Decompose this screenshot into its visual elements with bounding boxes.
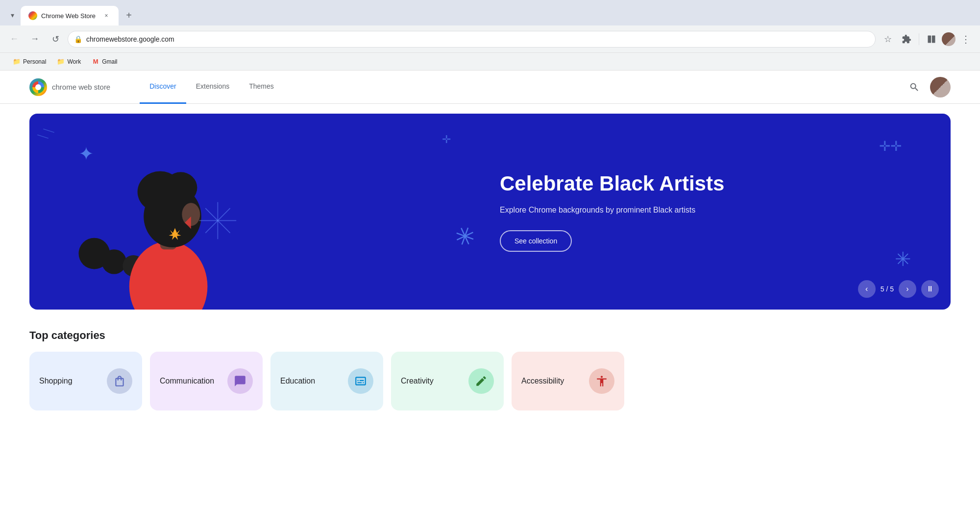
bookmark-work[interactable]: 📁 Work — [52, 56, 86, 68]
tab-favicon — [28, 11, 37, 20]
category-shopping[interactable]: Shopping — [29, 352, 142, 410]
svg-point-11 — [164, 172, 197, 203]
gmail-icon: M — [92, 58, 99, 66]
category-accessibility[interactable]: Accessibility — [512, 352, 624, 410]
new-tab-button[interactable]: + — [121, 7, 137, 24]
menu-button[interactable]: ⋮ — [957, 31, 974, 48]
svg-point-3 — [35, 84, 41, 90]
hero-illustration: ✦ ✛ ✳ — [29, 114, 490, 310]
tab-bar: ▾ Chrome Web Store × + — [0, 0, 980, 25]
reload-button[interactable]: ↺ — [47, 31, 64, 48]
address-bar[interactable]: 🔒 chromewebstore.google.com — [68, 31, 876, 48]
active-tab[interactable]: Chrome Web Store × — [21, 6, 119, 25]
bookmark-personal[interactable]: 📁 Personal — [8, 56, 51, 68]
bookmarks-bar: 📁 Personal 📁 Work M Gmail — [0, 53, 980, 71]
categories-row: Shopping Communication Education — [0, 352, 980, 410]
hero-subtitle: Explore Chrome backgrounds by prominent … — [500, 206, 921, 215]
category-shopping-label: Shopping — [39, 377, 99, 385]
slide-next-button[interactable]: › — [899, 280, 916, 298]
category-education[interactable]: Education — [270, 352, 383, 410]
cws-logo: chrome web store — [29, 78, 110, 96]
see-collection-button[interactable]: See collection — [500, 230, 572, 252]
hero-banner: ✦ ✛ ✳ — [29, 114, 951, 310]
slide-pause-button[interactable]: ⏸ — [921, 280, 939, 298]
separator — [919, 33, 919, 45]
category-accessibility-label: Accessibility — [521, 377, 581, 385]
top-categories-title: Top categories — [29, 329, 951, 342]
education-icon — [348, 368, 373, 394]
split-screen-button[interactable] — [923, 31, 940, 48]
url-text: chromewebstore.google.com — [86, 35, 869, 43]
nav-extensions[interactable]: Extensions — [186, 71, 239, 104]
svg-rect-1 — [932, 35, 935, 43]
cws-user-avatar[interactable] — [930, 77, 951, 97]
bookmark-personal-label: Personal — [23, 58, 46, 65]
browser-frame: ▾ Chrome Web Store × + ← → ↺ 🔒 chromeweb… — [0, 0, 980, 529]
category-communication[interactable]: Communication — [150, 352, 263, 410]
category-communication-label: Communication — [160, 377, 220, 385]
slide-prev-button[interactable]: ‹ — [858, 280, 876, 298]
deco-cross1: ✛✛ — [879, 138, 902, 154]
accessibility-icon — [589, 368, 614, 394]
hero-svg-figure — [49, 123, 255, 310]
browser-toolbar: ← → ↺ 🔒 chromewebstore.google.com ☆ ⋮ — [0, 25, 980, 53]
tab-dropdown-button[interactable]: ▾ — [4, 7, 21, 24]
slide-count: 5 / 5 — [881, 285, 894, 293]
creativity-icon — [468, 368, 494, 394]
tab-title: Chrome Web Store — [41, 12, 98, 20]
shopping-icon — [107, 368, 132, 394]
hero-title: Celebrate Black Artists — [500, 171, 921, 196]
lock-icon: 🔒 — [74, 35, 82, 43]
cws-header-right — [905, 77, 951, 97]
cws-nav: Discover Extensions Themes — [140, 71, 284, 104]
folder-icon: 📁 — [57, 58, 65, 66]
hero-text-area: ✛✛ Celebrate Black Artists Explore Chrom… — [490, 152, 951, 271]
svg-point-5 — [102, 249, 126, 274]
deco-asterisk1: ✳ — [450, 220, 479, 254]
bookmark-gmail-label: Gmail — [102, 58, 117, 65]
folder-icon: 📁 — [13, 58, 21, 66]
communication-icon — [227, 368, 253, 394]
deco-plus1: ✛ — [442, 133, 451, 146]
toolbar-right: ☆ ⋮ — [880, 31, 974, 48]
bookmark-star-button[interactable]: ☆ — [880, 31, 896, 48]
tab-close-button[interactable]: × — [102, 11, 111, 20]
profile-avatar-button[interactable] — [942, 32, 956, 46]
cws-logo-text: chrome web store — [52, 83, 110, 91]
extensions-button[interactable] — [898, 31, 915, 48]
page-content: chrome web store Discover Extensions The… — [0, 71, 980, 529]
bookmark-work-label: Work — [67, 58, 81, 65]
nav-themes[interactable]: Themes — [239, 71, 284, 104]
category-creativity[interactable]: Creativity — [391, 352, 504, 410]
back-button[interactable]: ← — [6, 31, 23, 48]
nav-discover[interactable]: Discover — [140, 71, 186, 104]
slide-controls: ‹ 5 / 5 › ⏸ — [858, 280, 939, 298]
deco-asterisk2: ✳ — [895, 248, 911, 270]
cws-header: chrome web store Discover Extensions The… — [0, 71, 980, 104]
svg-point-7 — [129, 241, 208, 310]
cws-main-content: ✦ ✛ ✳ — [0, 104, 980, 529]
category-creativity-label: Creativity — [401, 377, 461, 385]
bookmark-gmail[interactable]: M Gmail — [87, 56, 122, 68]
forward-button[interactable]: → — [26, 31, 43, 48]
cws-logo-icon — [29, 78, 47, 96]
svg-rect-0 — [928, 35, 931, 43]
cws-search-button[interactable] — [905, 77, 924, 97]
category-education-label: Education — [280, 377, 340, 385]
